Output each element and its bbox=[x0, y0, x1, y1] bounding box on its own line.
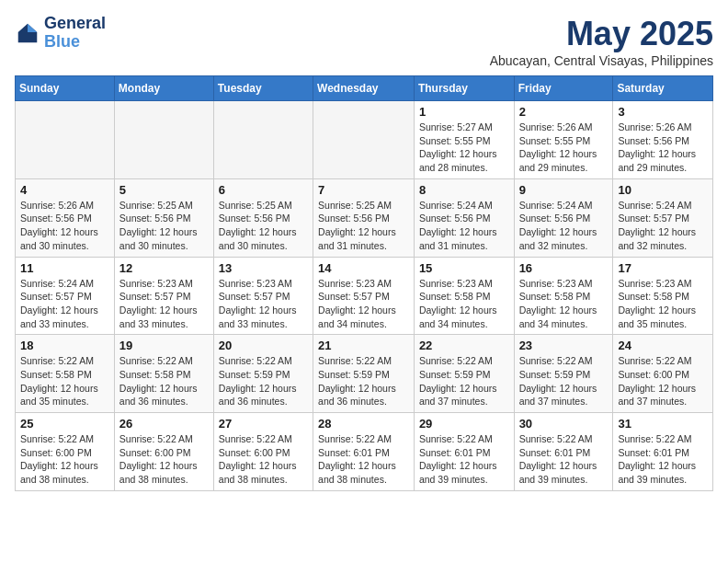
day-cell-21: 21Sunrise: 5:22 AM Sunset: 5:59 PM Dayli… bbox=[313, 335, 415, 413]
day-info: Sunrise: 5:22 AM Sunset: 6:00 PM Dayligh… bbox=[119, 432, 209, 487]
day-info: Sunrise: 5:23 AM Sunset: 5:57 PM Dayligh… bbox=[119, 277, 209, 331]
location: Abucayan, Central Visayas, Philippines bbox=[490, 53, 713, 68]
day-info: Sunrise: 5:22 AM Sunset: 6:00 PM Dayligh… bbox=[219, 432, 308, 487]
column-header-thursday: Thursday bbox=[414, 76, 514, 101]
month-title: May 2025 bbox=[490, 15, 713, 53]
day-number: 21 bbox=[318, 339, 409, 352]
page-header: General Blue May 2025 Abucayan, Central … bbox=[15, 15, 713, 68]
day-cell-3: 3Sunrise: 5:26 AM Sunset: 5:56 PM Daylig… bbox=[613, 101, 713, 179]
day-cell-7: 7Sunrise: 5:25 AM Sunset: 5:56 PM Daylig… bbox=[313, 178, 415, 257]
svg-marker-1 bbox=[28, 24, 37, 32]
day-info: Sunrise: 5:26 AM Sunset: 5:56 PM Dayligh… bbox=[618, 121, 708, 175]
day-number: 15 bbox=[419, 261, 509, 275]
day-number: 6 bbox=[219, 183, 308, 197]
logo-icon bbox=[15, 20, 40, 46]
day-number: 13 bbox=[219, 261, 308, 275]
day-cell-23: 23Sunrise: 5:22 AM Sunset: 5:59 PM Dayli… bbox=[514, 335, 613, 413]
empty-cell bbox=[213, 101, 313, 179]
day-cell-2: 2Sunrise: 5:26 AM Sunset: 5:55 PM Daylig… bbox=[514, 101, 613, 179]
day-cell-18: 18Sunrise: 5:22 AM Sunset: 5:58 PM Dayli… bbox=[16, 335, 115, 413]
day-cell-30: 30Sunrise: 5:22 AM Sunset: 6:01 PM Dayli… bbox=[514, 413, 613, 491]
day-cell-25: 25Sunrise: 5:22 AM Sunset: 6:00 PM Dayli… bbox=[16, 413, 115, 491]
day-number: 17 bbox=[618, 261, 708, 275]
day-cell-15: 15Sunrise: 5:23 AM Sunset: 5:58 PM Dayli… bbox=[414, 257, 514, 335]
title-block: May 2025 Abucayan, Central Visayas, Phil… bbox=[490, 15, 713, 68]
day-info: Sunrise: 5:22 AM Sunset: 6:01 PM Dayligh… bbox=[318, 432, 409, 487]
day-number: 25 bbox=[20, 417, 109, 431]
week-row-0: 1Sunrise: 5:27 AM Sunset: 5:55 PM Daylig… bbox=[16, 101, 713, 179]
day-cell-24: 24Sunrise: 5:22 AM Sunset: 6:00 PM Dayli… bbox=[613, 335, 713, 413]
day-info: Sunrise: 5:24 AM Sunset: 5:56 PM Dayligh… bbox=[419, 199, 509, 253]
day-info: Sunrise: 5:22 AM Sunset: 6:01 PM Dayligh… bbox=[519, 432, 609, 487]
day-info: Sunrise: 5:23 AM Sunset: 5:58 PM Dayligh… bbox=[618, 277, 708, 331]
empty-cell bbox=[313, 101, 415, 179]
day-number: 5 bbox=[119, 183, 209, 197]
logo-line2: Blue bbox=[44, 33, 106, 52]
day-cell-22: 22Sunrise: 5:22 AM Sunset: 5:59 PM Dayli… bbox=[414, 335, 514, 413]
day-number: 12 bbox=[119, 261, 209, 275]
week-row-4: 25Sunrise: 5:22 AM Sunset: 6:00 PM Dayli… bbox=[16, 413, 713, 491]
day-number: 23 bbox=[519, 339, 609, 352]
day-info: Sunrise: 5:23 AM Sunset: 5:57 PM Dayligh… bbox=[219, 277, 308, 331]
day-number: 8 bbox=[419, 183, 509, 197]
day-cell-8: 8Sunrise: 5:24 AM Sunset: 5:56 PM Daylig… bbox=[414, 178, 514, 257]
week-row-3: 18Sunrise: 5:22 AM Sunset: 5:58 PM Dayli… bbox=[16, 335, 713, 413]
day-number: 27 bbox=[219, 417, 308, 431]
day-info: Sunrise: 5:22 AM Sunset: 5:59 PM Dayligh… bbox=[419, 354, 509, 408]
column-header-saturday: Saturday bbox=[613, 76, 713, 101]
column-header-wednesday: Wednesday bbox=[313, 76, 415, 101]
day-number: 2 bbox=[519, 105, 609, 119]
day-number: 7 bbox=[318, 183, 409, 197]
day-number: 10 bbox=[618, 183, 708, 197]
day-number: 9 bbox=[519, 183, 609, 197]
empty-cell bbox=[16, 101, 115, 179]
day-cell-14: 14Sunrise: 5:23 AM Sunset: 5:57 PM Dayli… bbox=[313, 257, 415, 335]
day-info: Sunrise: 5:22 AM Sunset: 5:58 PM Dayligh… bbox=[119, 354, 209, 408]
day-number: 11 bbox=[20, 261, 109, 275]
day-cell-1: 1Sunrise: 5:27 AM Sunset: 5:55 PM Daylig… bbox=[414, 101, 514, 179]
day-number: 19 bbox=[119, 339, 209, 352]
column-header-tuesday: Tuesday bbox=[213, 76, 313, 101]
day-number: 22 bbox=[419, 339, 509, 352]
day-info: Sunrise: 5:25 AM Sunset: 5:56 PM Dayligh… bbox=[119, 199, 209, 253]
day-info: Sunrise: 5:22 AM Sunset: 5:58 PM Dayligh… bbox=[20, 354, 109, 408]
day-info: Sunrise: 5:26 AM Sunset: 5:56 PM Dayligh… bbox=[20, 199, 109, 253]
day-info: Sunrise: 5:24 AM Sunset: 5:57 PM Dayligh… bbox=[20, 277, 109, 331]
day-cell-9: 9Sunrise: 5:24 AM Sunset: 5:56 PM Daylig… bbox=[514, 178, 613, 257]
day-cell-31: 31Sunrise: 5:22 AM Sunset: 6:01 PM Dayli… bbox=[613, 413, 713, 491]
calendar-table: SundayMondayTuesdayWednesdayThursdayFrid… bbox=[15, 75, 713, 491]
week-row-1: 4Sunrise: 5:26 AM Sunset: 5:56 PM Daylig… bbox=[16, 178, 713, 257]
logo-line1: General bbox=[44, 15, 106, 33]
column-header-friday: Friday bbox=[514, 76, 613, 101]
day-number: 14 bbox=[318, 261, 409, 275]
day-number: 31 bbox=[618, 417, 708, 431]
day-cell-28: 28Sunrise: 5:22 AM Sunset: 6:01 PM Dayli… bbox=[313, 413, 415, 491]
day-info: Sunrise: 5:22 AM Sunset: 6:01 PM Dayligh… bbox=[618, 432, 708, 487]
day-cell-5: 5Sunrise: 5:25 AM Sunset: 5:56 PM Daylig… bbox=[114, 178, 213, 257]
day-cell-20: 20Sunrise: 5:22 AM Sunset: 5:59 PM Dayli… bbox=[213, 335, 313, 413]
day-number: 26 bbox=[119, 417, 209, 431]
day-info: Sunrise: 5:25 AM Sunset: 5:56 PM Dayligh… bbox=[219, 199, 308, 253]
day-cell-16: 16Sunrise: 5:23 AM Sunset: 5:58 PM Dayli… bbox=[514, 257, 613, 335]
day-number: 16 bbox=[519, 261, 609, 275]
column-header-sunday: Sunday bbox=[16, 76, 115, 101]
day-info: Sunrise: 5:22 AM Sunset: 6:01 PM Dayligh… bbox=[419, 432, 509, 487]
day-number: 1 bbox=[419, 105, 509, 119]
day-number: 20 bbox=[219, 339, 308, 352]
day-cell-12: 12Sunrise: 5:23 AM Sunset: 5:57 PM Dayli… bbox=[114, 257, 213, 335]
day-info: Sunrise: 5:23 AM Sunset: 5:58 PM Dayligh… bbox=[519, 277, 609, 331]
day-info: Sunrise: 5:22 AM Sunset: 6:00 PM Dayligh… bbox=[20, 432, 109, 487]
week-row-2: 11Sunrise: 5:24 AM Sunset: 5:57 PM Dayli… bbox=[16, 257, 713, 335]
empty-cell bbox=[114, 101, 213, 179]
day-cell-11: 11Sunrise: 5:24 AM Sunset: 5:57 PM Dayli… bbox=[16, 257, 115, 335]
day-info: Sunrise: 5:23 AM Sunset: 5:58 PM Dayligh… bbox=[419, 277, 509, 331]
day-info: Sunrise: 5:27 AM Sunset: 5:55 PM Dayligh… bbox=[419, 121, 509, 175]
day-number: 24 bbox=[618, 339, 708, 352]
day-info: Sunrise: 5:22 AM Sunset: 5:59 PM Dayligh… bbox=[219, 354, 308, 408]
day-cell-6: 6Sunrise: 5:25 AM Sunset: 5:56 PM Daylig… bbox=[213, 178, 313, 257]
day-number: 18 bbox=[20, 339, 109, 352]
day-info: Sunrise: 5:22 AM Sunset: 6:00 PM Dayligh… bbox=[618, 354, 708, 408]
logo: General Blue bbox=[15, 15, 106, 52]
day-cell-13: 13Sunrise: 5:23 AM Sunset: 5:57 PM Dayli… bbox=[213, 257, 313, 335]
day-number: 4 bbox=[20, 183, 109, 197]
